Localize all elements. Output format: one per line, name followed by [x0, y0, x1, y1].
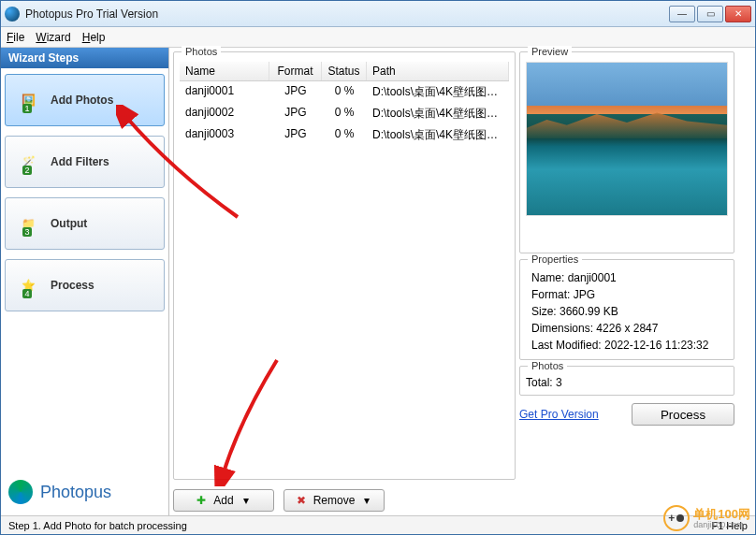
titlebar: Photopus Pro Trial Version — ▭ ✕	[1, 1, 755, 27]
photos-total: Total: 3	[526, 376, 728, 389]
folder-icon: 📁3	[15, 210, 41, 237]
dropdown-icon: ▾	[360, 494, 373, 507]
col-name-header[interactable]: Name	[180, 62, 269, 80]
add-button-label: Add	[213, 494, 233, 507]
cell-path: D:\tools\桌面\4K壁纸图片...	[367, 81, 509, 103]
prop-format: Format: JPG	[526, 286, 728, 303]
remove-button[interactable]: ✖ Remove ▾	[284, 489, 385, 512]
app-icon	[5, 7, 20, 22]
delete-icon: ✖	[295, 494, 308, 507]
menu-wizard[interactable]: Wizard	[36, 31, 70, 44]
minimize-button[interactable]: —	[669, 6, 695, 22]
add-button[interactable]: ✚ Add ▾	[173, 489, 274, 512]
process-button[interactable]: Process	[632, 403, 734, 426]
brand-text: Photopus	[40, 483, 111, 502]
menu-file[interactable]: File	[7, 31, 24, 44]
cell-format: JPG	[269, 103, 322, 124]
sidebar-header: Wizard Steps	[1, 48, 168, 68]
cell-name: danji0001	[180, 81, 269, 103]
prop-name: Name: danji0001	[526, 269, 728, 286]
window-title: Photopus Pro Trial Version	[25, 7, 669, 21]
maximize-button[interactable]: ▭	[697, 6, 723, 22]
remove-button-label: Remove	[313, 494, 356, 507]
cell-status: 0 %	[322, 103, 367, 124]
menubar: File Wizard Help	[1, 27, 755, 48]
col-status-header[interactable]: Status	[322, 62, 367, 80]
properties-caption: Properties	[528, 253, 582, 265]
preview-image	[526, 62, 728, 216]
plus-icon: ✚	[195, 494, 208, 507]
watermark-sub: danji100.com	[693, 520, 750, 529]
cell-status: 0 %	[322, 124, 367, 146]
cell-status: 0 %	[322, 81, 367, 103]
status-text: Step 1. Add Photo for batch processing	[8, 520, 187, 531]
step-process[interactable]: ⭐4 Process	[5, 259, 165, 311]
cell-path: D:\tools\桌面\4K壁纸图片...	[367, 124, 509, 146]
properties-panel: Properties Name: danji0001 Format: JPG S…	[519, 259, 734, 360]
cell-path: D:\tools\桌面\4K壁纸图片...	[367, 103, 509, 124]
watermark-icon	[663, 505, 690, 531]
brand-icon	[8, 480, 33, 504]
preview-panel: Preview	[519, 51, 734, 253]
menu-help[interactable]: Help	[82, 31, 106, 44]
preview-caption: Preview	[528, 46, 572, 57]
step-label: Add Photos	[51, 94, 113, 107]
col-path-header[interactable]: Path	[367, 62, 509, 80]
dropdown-icon: ▾	[240, 494, 253, 507]
annotation-arrow	[116, 105, 247, 226]
photos-count-panel: Photos Total: 3	[519, 366, 734, 396]
col-format-header[interactable]: Format	[269, 62, 322, 80]
step-label: Add Filters	[51, 155, 109, 168]
step-label: Process	[51, 279, 94, 292]
photos-caption: Photos	[182, 46, 221, 57]
star-icon: ⭐4	[15, 272, 41, 298]
watermark-text: 单机100网	[693, 508, 750, 520]
prop-size: Size: 3660.99 KB	[526, 303, 728, 320]
watermark: 单机100网 danji100.com	[663, 505, 750, 531]
step-label: Output	[51, 217, 87, 230]
close-button[interactable]: ✕	[725, 6, 751, 22]
prop-last-modified: Last Modified: 2022-12-16 11:23:32	[526, 337, 728, 354]
statusbar: Step 1. Add Photo for batch processing F…	[1, 515, 755, 534]
cell-format: JPG	[269, 124, 322, 146]
photo-icon: 🖼️1	[15, 87, 41, 113]
prop-dimensions: Dimensions: 4226 x 2847	[526, 320, 728, 337]
filter-icon: 🪄2	[15, 149, 41, 175]
table-row[interactable]: danji0001 JPG 0 % D:\tools\桌面\4K壁纸图片...	[180, 81, 509, 103]
photos-count-caption: Photos	[528, 360, 567, 371]
brand-logo: Photopus	[1, 469, 168, 515]
annotation-arrow	[211, 355, 296, 486]
cell-format: JPG	[269, 81, 322, 103]
get-pro-link[interactable]: Get Pro Version	[519, 408, 599, 421]
